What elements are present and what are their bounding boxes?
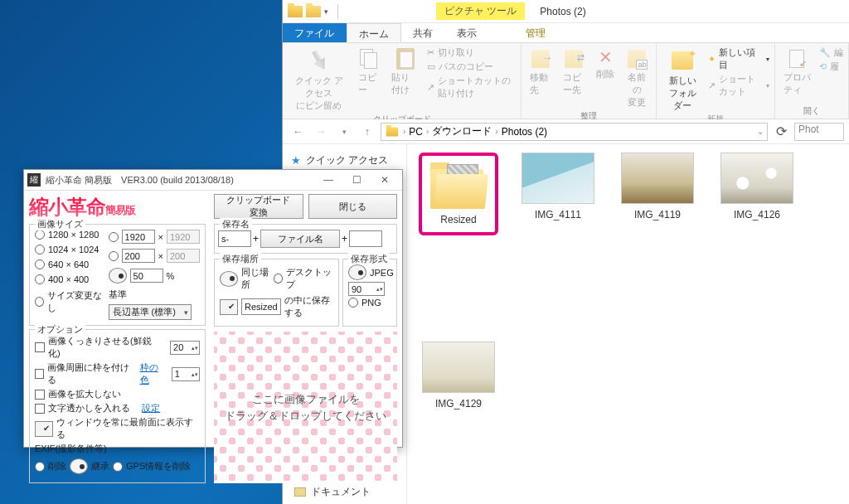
app-brand: 縮小革命簡易版 (29, 194, 206, 220)
file-label: Resized (440, 214, 476, 225)
jpeg-quality-spinner[interactable]: 90 (348, 282, 385, 296)
breadcrumb[interactable]: ダウンロード (432, 124, 492, 138)
group-save-location: 保存場所 同じ場所 デスクトップ Resized の中に保存する (214, 259, 339, 327)
size-custom1-radio[interactable]: 1920×1920 (109, 230, 200, 244)
basis-select[interactable]: 長辺基準 (標準) (109, 304, 192, 320)
image-thumbnail (720, 153, 793, 204)
edit-button: 🔧編 (819, 46, 843, 59)
dialog-title: 縮小革命 簡易版 VER3.00 (build 2013/08/18) (46, 174, 314, 187)
history-button: ⟲履 (819, 61, 843, 73)
folder-icon (386, 127, 398, 136)
copy-icon (360, 49, 378, 69)
sparkle-icon: ✦ (708, 54, 716, 65)
size-1280-radio[interactable]: 1280 × 1280 (35, 230, 102, 240)
group-label: 開く (780, 105, 843, 117)
format-jpeg-radio[interactable]: JPEG (348, 264, 391, 280)
cut-button: ✂切り取り (427, 46, 516, 59)
up-button[interactable]: ↑ (357, 122, 377, 142)
properties-icon (789, 50, 804, 68)
drop-zone[interactable]: ここに画像ファイルを ドラッグ＆ドロップしてください (214, 332, 397, 483)
folder-item-resized[interactable]: Resized (419, 153, 498, 235)
width-input[interactable]: 200 (122, 249, 155, 263)
breadcrumb[interactable]: PC (409, 126, 423, 138)
back-button[interactable]: ← (288, 122, 308, 142)
shortcut-icon: ↗ (427, 82, 434, 93)
subfolder-input[interactable]: Resized (241, 298, 281, 315)
size-640-radio[interactable]: 640 × 640 (35, 259, 102, 269)
width-input[interactable]: 1920 (122, 230, 155, 244)
history-icon: ⟲ (819, 61, 827, 72)
image-item[interactable]: IMG_4111 (518, 153, 598, 220)
app-icon: 縮 (27, 173, 41, 187)
address-bar[interactable]: › PC › ダウンロード › Photos (2) ⌄ (381, 123, 768, 141)
image-item[interactable]: IMG_4119 (618, 153, 697, 220)
saveloc-desktop-radio[interactable]: デスクトップ (274, 266, 333, 291)
opt-watermark-check[interactable]: 文字透かしを入れる 設定 (35, 402, 200, 414)
minimize-button[interactable]: — (314, 170, 342, 190)
tab-manage[interactable]: 管理 (514, 23, 558, 42)
folder-icon[interactable] (288, 6, 303, 17)
exif-keep-radio[interactable]: 継承 (70, 458, 109, 474)
tab-view[interactable]: 表示 (445, 23, 489, 42)
opt-topmost-check[interactable]: ウィンドウを常に最前面に表示する (35, 416, 200, 441)
chevron-down-icon[interactable]: ▾ (324, 7, 332, 16)
tab-file[interactable]: ファイル (283, 23, 347, 42)
dialog-right-panel: クリップボード 変換 閉じる 保存名 s- + ファイル名 + 保存場所 同じ場… (211, 191, 402, 488)
new-shortcut-button: ↗ショートカット▾ (708, 73, 769, 98)
file-label: IMG_4126 (734, 209, 780, 220)
breadcrumb[interactable]: Photos (2) (502, 126, 547, 138)
percent-input[interactable]: 50 (130, 269, 163, 283)
exif-delete-radio[interactable]: 削除 (35, 460, 66, 472)
refresh-button[interactable]: ⟳ (771, 124, 791, 139)
close-button[interactable]: ✕ (371, 170, 399, 190)
dialog-titlebar[interactable]: 縮 縮小革命 簡易版 VER3.00 (build 2013/08/18) — … (24, 170, 402, 191)
format-png-radio[interactable]: PNG (348, 298, 391, 308)
folder-icon[interactable] (306, 6, 321, 17)
star-icon: ★ (291, 154, 301, 167)
file-list[interactable]: Resized IMG_4111 IMG_4119 IMG_4126 IMG_4… (407, 144, 849, 504)
image-item[interactable]: IMG_4126 (717, 153, 797, 220)
watermark-settings-link[interactable]: 設定 (142, 402, 160, 414)
filename-button[interactable]: ファイル名 (260, 230, 340, 248)
suffix-input[interactable] (349, 230, 382, 247)
forward-button[interactable]: → (311, 122, 331, 142)
saveloc-subfolder-check[interactable]: Resized の中に保存する (220, 294, 333, 319)
opt-border-check[interactable]: 画像周囲に枠を付ける 枠の色1 (35, 361, 200, 386)
quick-access-toolbar: ▾ (283, 4, 345, 19)
pin-icon (307, 47, 332, 75)
paste-shortcut-button: ↗ショートカットの貼り付け (427, 75, 516, 99)
tab-share[interactable]: 共有 (401, 23, 445, 42)
chevron-down-icon[interactable]: ⌄ (757, 127, 764, 136)
sharpen-spinner[interactable]: 20 (170, 341, 200, 355)
image-thumbnail (422, 342, 495, 393)
size-custom2-radio[interactable]: 200×200 (109, 249, 200, 263)
saveloc-same-radio[interactable]: 同じ場所 (220, 266, 270, 291)
border-spinner[interactable]: 1 (172, 367, 200, 381)
opt-sharpen-check[interactable]: 画像くっきりさせる(鮮鋭化)20 (35, 335, 200, 360)
prefix-input[interactable]: s- (218, 230, 251, 247)
exif-gps-radio[interactable]: GPS情報を削除 (113, 460, 191, 472)
image-item[interactable]: IMG_4129 (419, 342, 498, 410)
border-color-link[interactable]: 枠の色 (140, 361, 165, 386)
clipboard-convert-button[interactable]: クリップボード 変換 (214, 194, 303, 219)
sidebar-item-quick-access[interactable]: ★ クイック アクセス (283, 151, 406, 170)
new-item-button[interactable]: ✦新しい項目▾ (708, 46, 769, 71)
new-folder-button[interactable]: 新しい フォルダー (662, 46, 703, 114)
recent-locations-button[interactable]: ▾ (334, 122, 354, 142)
size-1024-radio[interactable]: 1024 × 1024 (35, 245, 102, 254)
close-dialog-button[interactable]: 閉じる (308, 194, 398, 219)
ribbon-group-new: 新しい フォルダー ✦新しい項目▾ ↗ショートカット▾ 新規 (657, 43, 775, 119)
ribbon-group-organize: 移動先 コピー先 ✕ 削除 名前の 変更 整理 (522, 43, 657, 119)
tab-home[interactable]: ホーム (347, 23, 401, 42)
height-input: 1920 (167, 230, 200, 244)
file-label: IMG_4119 (634, 209, 681, 220)
maximize-button[interactable]: ☐ (342, 170, 371, 190)
search-input[interactable]: Phot (794, 123, 844, 141)
size-none-radio[interactable]: サイズ変更なし (35, 289, 102, 314)
group-save-name: 保存名 s- + ファイル名 + (214, 224, 397, 254)
separator (337, 4, 338, 19)
shortcut-icon: ↗ (708, 80, 716, 91)
opt-noenlarge-check[interactable]: 画像を拡大しない (35, 388, 200, 400)
size-400-radio[interactable]: 400 × 400 (35, 274, 102, 284)
size-percent-radio[interactable]: 50% (109, 268, 200, 284)
